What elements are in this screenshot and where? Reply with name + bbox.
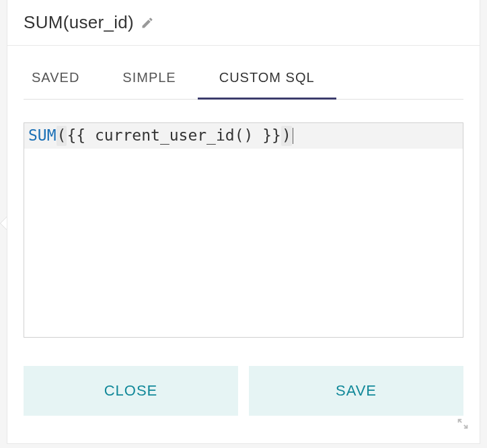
tab-simple[interactable]: SIMPLE (101, 46, 197, 100)
editor-cursor (293, 128, 293, 144)
sql-token-close-paren: ) (281, 126, 292, 146)
close-button[interactable]: CLOSE (24, 366, 238, 416)
tab-bar: SAVED SIMPLE CUSTOM SQL (24, 46, 463, 100)
sql-editor-line[interactable]: SUM({{ current_user_id() }}) (24, 123, 463, 149)
save-button[interactable]: SAVE (249, 366, 463, 416)
sql-token-body: {{ current_user_id (67, 126, 234, 146)
panel-content: SAVED SIMPLE CUSTOM SQL SUM({{ current_u… (7, 46, 480, 416)
tab-saved[interactable]: SAVED (24, 46, 101, 100)
tab-custom-sql[interactable]: CUSTOM SQL (198, 46, 336, 100)
resize-handle-icon[interactable] (455, 416, 470, 434)
metric-title: SUM(user_id) (24, 12, 134, 33)
panel-header: SUM(user_id) (7, 0, 480, 46)
sql-token-inner-parens: () (235, 126, 254, 146)
sql-token-keyword: SUM (28, 126, 57, 146)
button-row: CLOSE SAVE (24, 366, 463, 416)
sql-token-open-paren: ( (57, 126, 67, 146)
edit-icon[interactable] (141, 16, 154, 30)
sql-editor[interactable]: SUM({{ current_user_id() }}) (24, 122, 463, 338)
sql-token-body-end: }} (253, 126, 281, 146)
metric-editor-panel: SUM(user_id) SAVED SIMPLE CUSTOM SQL SUM… (7, 0, 480, 444)
